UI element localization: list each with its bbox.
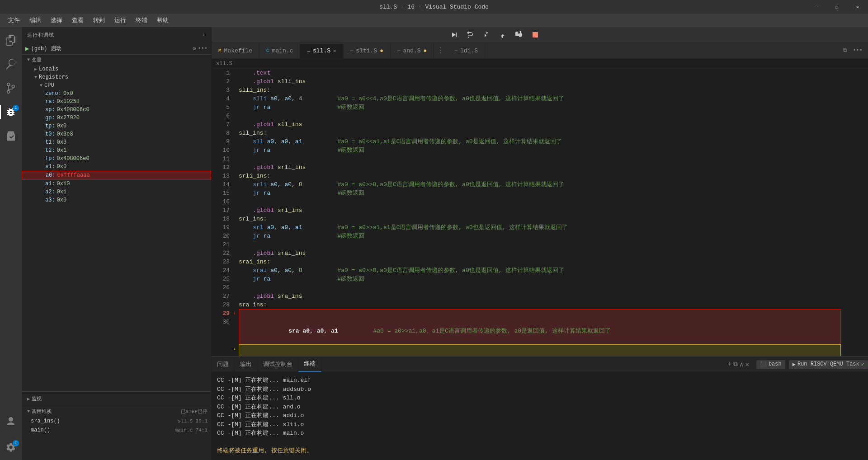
menu-item-终端[interactable]: 终端 xyxy=(132,14,151,26)
add-watch-icon[interactable]: + xyxy=(202,33,206,38)
variables-section[interactable]: ▼ 变量 xyxy=(22,55,211,65)
code-line-24: ● srai a0, a0, 8 #a0 = a0>>8,a0是C语言调用者传递… xyxy=(239,266,841,275)
code-content[interactable]: .text .globl slli_ins slli_ins: slli a0,… xyxy=(234,69,841,356)
tab-sltis[interactable]: — slti.S ● xyxy=(344,43,391,58)
tab-close-slls[interactable]: ✕ xyxy=(333,48,336,54)
more-tabs-icon[interactable]: ••• xyxy=(851,47,864,55)
debug-config-label[interactable]: (gdb) 启动 xyxy=(31,45,191,52)
activity-settings[interactable]: 1 xyxy=(0,437,22,458)
step-out-button[interactable] xyxy=(495,29,510,40)
maximize-button[interactable]: ❐ xyxy=(826,0,847,14)
menu-item-运行[interactable]: 运行 xyxy=(111,14,130,26)
debug-more-icon[interactable]: ••• xyxy=(198,46,208,52)
tab-mainc[interactable]: C main.c xyxy=(259,43,300,58)
riscv-task-label: Run RISCV-QEMU Task xyxy=(797,361,859,367)
callstack-frame-0[interactable]: sra_ins() sll.S 30:1 xyxy=(22,417,211,426)
watch-section-header[interactable]: ▶ 监视 xyxy=(22,394,211,404)
term-line-1: CC -[M] 正在构建... main.elf xyxy=(217,376,863,385)
reg-tp[interactable]: tp: 0x0 xyxy=(22,122,211,130)
code-line-3: slli_ins: xyxy=(239,86,841,94)
tab-slls-label: sll.S xyxy=(313,47,330,54)
terminal-tab-bar: 问题 输出 调试控制台 终端 + ⧉ ∧ ✕ ⬛ bash ▶ xyxy=(212,357,868,372)
locals-item[interactable]: ▶ Locals xyxy=(22,65,211,73)
restart-button[interactable] xyxy=(512,29,526,40)
tab-slls[interactable]: — sll.S ✕ xyxy=(300,43,343,58)
code-line-5: jr ra #函数返回 xyxy=(239,103,841,112)
maximize-panel-icon[interactable]: ∧ xyxy=(740,361,743,368)
code-line-10: jr ra #函数返回 xyxy=(239,146,841,155)
separator-icon: ⋮ xyxy=(434,43,448,58)
tab-terminal[interactable]: 终端 xyxy=(298,357,321,372)
tab-ands[interactable]: — and.S ● xyxy=(391,43,434,58)
makefile-icon: M xyxy=(218,48,222,53)
reg-t2[interactable]: t2: 0x1 xyxy=(22,146,211,155)
activity-bar: 1 1 xyxy=(0,27,22,460)
bash-shell[interactable]: ⬛ bash xyxy=(756,360,785,369)
stop-button[interactable] xyxy=(528,29,542,40)
registers-item[interactable]: ▼ Registers xyxy=(22,73,211,81)
mainc-icon: C xyxy=(266,48,269,53)
activity-source-control[interactable] xyxy=(0,77,22,99)
registers-label: Registers xyxy=(39,74,68,80)
activity-extensions[interactable] xyxy=(0,125,22,147)
menu-item-选择[interactable]: 选择 xyxy=(47,14,66,26)
tab-ldis-label: ldi.S xyxy=(460,47,478,54)
reg-a2[interactable]: a2: 0x1 xyxy=(22,188,211,196)
reg-a1[interactable]: a1: 0x10 xyxy=(22,180,211,188)
start-debug-icon[interactable]: ▶ xyxy=(25,45,29,52)
code-line-1: .text xyxy=(239,69,841,77)
reg-zero[interactable]: zero: 0x0 xyxy=(22,89,211,98)
menu-item-文件[interactable]: 文件 xyxy=(5,14,24,26)
step-over-button[interactable] xyxy=(463,29,477,40)
reg-gp[interactable]: gp: 0x27920 xyxy=(22,114,211,122)
debug-settings-icon[interactable]: ⚙ xyxy=(193,45,196,52)
tab-debug-console[interactable]: 调试控制台 xyxy=(258,357,298,372)
callstack-status: 已STEP已停 xyxy=(181,408,208,415)
activity-search[interactable] xyxy=(0,53,22,75)
debug-arrow-30: ▶ xyxy=(234,345,236,353)
close-button[interactable]: ✕ xyxy=(847,0,868,14)
reg-a3[interactable]: a3: 0x0 xyxy=(22,196,211,204)
tab-problems[interactable]: 问题 xyxy=(212,357,235,372)
tab-ldis[interactable]: — ldi.S xyxy=(448,43,485,58)
split-editor-icon[interactable]: ⧉ xyxy=(841,47,849,55)
reg-s1[interactable]: s1: 0x0 xyxy=(22,163,211,171)
term-line-3: CC -[M] 正在构建... sll.o xyxy=(217,394,863,403)
reg-fp[interactable]: fp: 0x408006e0 xyxy=(22,155,211,163)
bash-label: bash xyxy=(769,361,782,367)
add-terminal-icon[interactable]: + xyxy=(728,361,731,368)
code-line-27: .globl sra_ins xyxy=(239,292,841,300)
menu-item-转到[interactable]: 转到 xyxy=(90,14,108,26)
reg-sp[interactable]: sp: 0x408006c0 xyxy=(22,106,211,114)
activity-explorer[interactable] xyxy=(0,29,22,51)
line-num: 26 xyxy=(216,283,230,292)
variable-tree: ▼ 变量 ▶ Locals ▼ Registers ▼ CPU zero: 0x… xyxy=(22,55,211,391)
tab-makefile[interactable]: M Makefile xyxy=(212,43,259,58)
cpu-item[interactable]: ▼ CPU xyxy=(22,81,211,89)
activity-debug[interactable]: 1 xyxy=(0,101,22,123)
menu-item-编辑[interactable]: 编辑 xyxy=(26,14,45,26)
line-num: 4 xyxy=(216,94,230,103)
tab-output[interactable]: 输出 xyxy=(235,357,258,372)
term-line-4: CC -[M] 正在构建... and.o xyxy=(217,403,863,412)
term-line-5: CC -[M] 正在构建... addi.o xyxy=(217,411,863,420)
close-panel-icon[interactable]: ✕ xyxy=(745,361,749,368)
term-line-8 xyxy=(217,438,863,447)
callstack-frame-1[interactable]: main() main.c 74:1 xyxy=(22,426,211,435)
split-terminal-icon[interactable]: ⧉ xyxy=(733,361,738,368)
activity-account[interactable] xyxy=(0,411,22,432)
reg-t0[interactable]: t0: 0x3e8 xyxy=(22,130,211,138)
line-num: 18 xyxy=(216,215,230,223)
tab-dirty-sltis: ● xyxy=(380,47,383,54)
tab-ands-label: and.S xyxy=(403,47,421,54)
continue-button[interactable] xyxy=(447,29,461,40)
chevron-down-icon: ▼ xyxy=(34,75,37,80)
minimize-button[interactable]: — xyxy=(806,0,826,14)
step-into-button[interactable] xyxy=(479,29,494,40)
reg-t1[interactable]: t1: 0x3 xyxy=(22,138,211,146)
reg-ra[interactable]: ra: 0x10258 xyxy=(22,98,211,106)
menu-item-查看[interactable]: 查看 xyxy=(68,14,87,26)
riscv-task-shell[interactable]: ▶ Run RISCV-QEMU Task ✓ xyxy=(789,360,868,369)
menu-item-帮助[interactable]: 帮助 xyxy=(153,14,172,26)
reg-a0[interactable]: a0: 0xffffaaaa xyxy=(22,171,211,180)
